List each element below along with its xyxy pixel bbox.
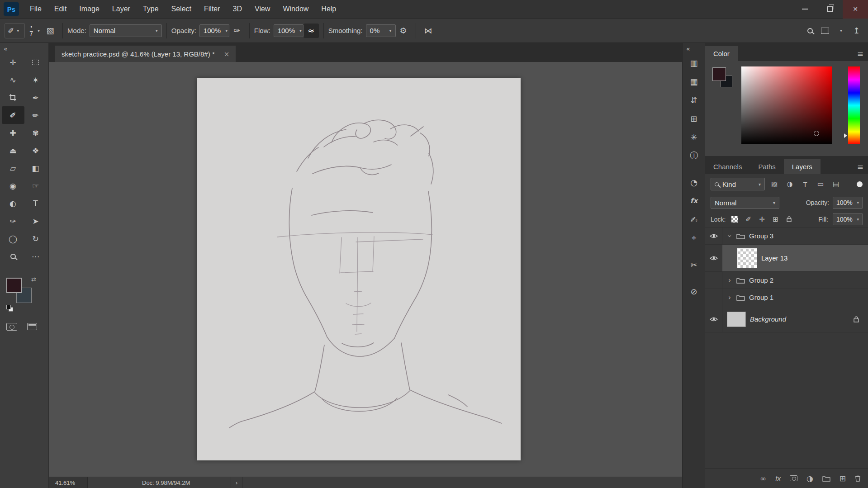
status-options-chevron-icon[interactable]: › xyxy=(231,477,242,488)
flow-input[interactable]: 100% ▾ xyxy=(274,24,304,37)
workspace-switcher-icon[interactable] xyxy=(821,28,829,34)
layer-row-group-3[interactable]: › Group 3 xyxy=(705,227,868,245)
prohibit-panel-icon[interactable]: ⊘ xyxy=(685,283,703,299)
menu-window[interactable]: Window xyxy=(276,0,315,18)
tab-channels[interactable]: Channels xyxy=(705,159,750,174)
layer-thumbnail[interactable] xyxy=(727,312,746,327)
layer-style-fx-icon[interactable]: fx xyxy=(775,474,781,482)
panel-menu-icon[interactable]: ≡ xyxy=(857,49,863,61)
smoothing-options-gear-icon[interactable]: ⚙ xyxy=(396,24,411,38)
filter-type-layers-icon[interactable]: T xyxy=(799,178,811,190)
tab-paths[interactable]: Paths xyxy=(750,159,783,174)
expand-chevron-icon[interactable]: › xyxy=(726,233,734,239)
toolbar-collapse-icon[interactable]: « xyxy=(0,43,48,53)
new-group-icon[interactable] xyxy=(822,475,830,482)
foreground-color-swatch[interactable] xyxy=(712,67,726,81)
panel-menu-icon[interactable]: ≡ xyxy=(857,162,863,174)
menu-image[interactable]: Image xyxy=(73,0,105,18)
adjustment-layer-icon[interactable]: ◑ xyxy=(806,474,813,483)
minimize-button[interactable] xyxy=(792,0,817,19)
quick-mask-icon[interactable] xyxy=(6,323,17,331)
layer-fill-input[interactable]: 100% ▾ xyxy=(833,213,863,225)
healing-brush-tool[interactable]: ✚ xyxy=(2,124,24,142)
pattern-stamp-tool[interactable]: ❖ xyxy=(24,142,47,159)
lock-artboard-icon[interactable]: ⊞ xyxy=(771,215,780,223)
default-colors-icon[interactable] xyxy=(6,305,13,311)
pencil-tool[interactable]: ✏ xyxy=(24,106,47,124)
search-icon[interactable] xyxy=(807,28,813,33)
menu-type[interactable]: Type xyxy=(137,0,165,18)
gradients-panel-icon[interactable]: ◔ xyxy=(685,174,703,190)
filter-kind-select[interactable]: Kind ▾ xyxy=(711,178,765,190)
info-panel-icon[interactable]: ⓘ xyxy=(685,147,703,164)
crop-tool[interactable] xyxy=(2,89,24,106)
clone-source-panel-icon[interactable]: ⌖ xyxy=(685,230,703,246)
expand-chevron-icon[interactable]: › xyxy=(727,294,732,302)
panels-collapse-icon[interactable]: « xyxy=(683,43,690,52)
scissors-panel-icon[interactable]: ✂ xyxy=(685,256,703,273)
eraser-tool[interactable]: ▱ xyxy=(2,159,24,177)
visibility-toggle[interactable] xyxy=(705,272,722,289)
adjustments-panel-icon[interactable]: ✳ xyxy=(685,129,703,145)
lock-transparency-icon[interactable] xyxy=(730,216,739,223)
menu-edit[interactable]: Edit xyxy=(48,0,73,18)
document-tab[interactable]: sketch practice.psd @ 41.6% (Layer 13, R… xyxy=(55,46,236,62)
lock-pixels-icon[interactable]: ✐ xyxy=(744,215,753,223)
new-layer-icon[interactable]: ⊞ xyxy=(840,474,846,483)
filter-shape-layers-icon[interactable]: ▭ xyxy=(815,178,826,190)
swap-colors-icon[interactable]: ⇄ xyxy=(31,276,36,283)
layer-row-group-1[interactable]: › Group 1 xyxy=(705,289,868,306)
menu-help[interactable]: Help xyxy=(315,0,342,18)
layer-filter-toggle[interactable] xyxy=(857,181,863,187)
marquee-tool[interactable] xyxy=(24,53,47,71)
blend-mode-select[interactable]: Normal ▾ xyxy=(90,24,162,37)
layer-row-group-2[interactable]: › Group 2 xyxy=(705,272,868,289)
quick-selection-tool[interactable]: ✶ xyxy=(24,71,47,89)
filter-smart-objects-icon[interactable]: ▤ xyxy=(830,178,842,190)
restore-button[interactable] xyxy=(817,0,843,19)
brush-size-picker[interactable]: • 7 xyxy=(29,25,33,37)
menu-3d[interactable]: 3D xyxy=(227,0,248,18)
pen-tool[interactable]: ✑ xyxy=(2,212,24,230)
hue-slider[interactable] xyxy=(848,66,860,144)
delete-layer-icon[interactable] xyxy=(855,475,861,482)
symmetry-icon[interactable]: ⋈ xyxy=(421,24,436,38)
tab-layers[interactable]: Layers xyxy=(784,159,821,174)
chevron-down-icon[interactable]: ▾ xyxy=(38,28,40,33)
smoothing-input[interactable]: 0% ▾ xyxy=(366,24,396,37)
brushes-panel-icon[interactable]: ✍ xyxy=(685,211,703,227)
screen-mode-icon[interactable] xyxy=(27,323,37,330)
brush-settings-toggle-icon[interactable]: ▧ xyxy=(43,24,58,38)
path-selection-tool[interactable]: ➤ xyxy=(24,212,47,230)
saturation-brightness-picker[interactable] xyxy=(741,66,832,144)
shape-tool[interactable]: ◯ xyxy=(2,230,24,247)
visibility-toggle[interactable] xyxy=(705,245,722,271)
swatches-panel-icon[interactable]: ▦ xyxy=(685,73,703,90)
blur-tool[interactable]: ◉ xyxy=(2,177,24,194)
expand-chevron-icon[interactable]: › xyxy=(727,276,732,284)
menu-select[interactable]: Select xyxy=(165,0,198,18)
filter-pixel-layers-icon[interactable]: ▨ xyxy=(768,178,780,190)
visibility-toggle[interactable] xyxy=(705,306,722,332)
menu-file[interactable]: File xyxy=(24,0,48,18)
lock-all-icon[interactable] xyxy=(784,216,793,222)
tab-close-icon[interactable]: × xyxy=(224,50,230,58)
rotate-view-tool[interactable]: ↻ xyxy=(24,230,47,247)
zoom-tool[interactable] xyxy=(2,247,24,265)
color-picker-cursor[interactable] xyxy=(814,131,819,136)
more-tools-button[interactable]: ⋯ xyxy=(24,247,47,265)
chevron-down-icon[interactable]: ▾ xyxy=(840,28,842,33)
move-tool[interactable]: ✛ xyxy=(2,53,24,71)
share-icon[interactable]: ↥ xyxy=(853,26,860,35)
lock-position-icon[interactable]: ✛ xyxy=(757,215,766,223)
paint-bucket-tool[interactable]: ◧ xyxy=(24,159,47,177)
properties-panel-icon[interactable]: ⇵ xyxy=(685,92,703,108)
layer-row-layer-13[interactable]: Layer 13 xyxy=(705,245,868,272)
link-layers-icon[interactable]: ∞ xyxy=(760,474,766,483)
lasso-tool[interactable]: ∿ xyxy=(2,71,24,89)
layer-opacity-input[interactable]: 100% ▾ xyxy=(833,197,863,209)
canvas[interactable] xyxy=(197,78,521,460)
visibility-toggle[interactable] xyxy=(705,289,722,306)
mixer-brush-tool[interactable]: ✾ xyxy=(24,124,47,142)
visibility-toggle[interactable] xyxy=(705,227,722,244)
